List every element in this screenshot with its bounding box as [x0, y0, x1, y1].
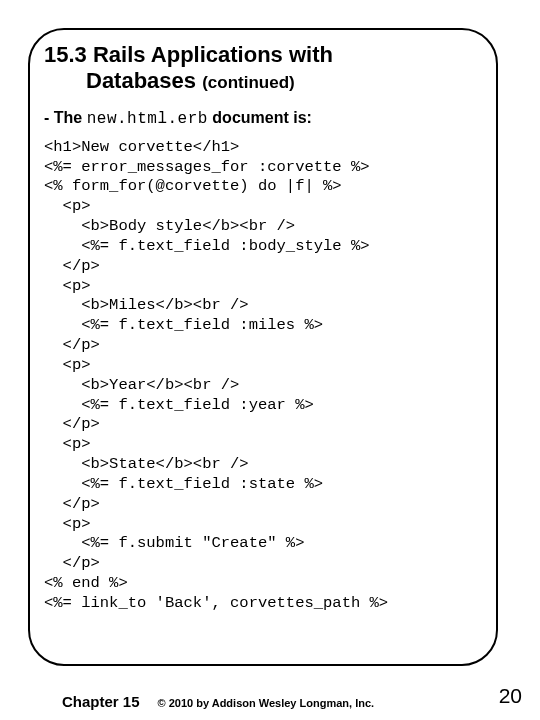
title-line2: Databases (continued): [44, 68, 482, 94]
footer: Chapter 15 © 2010 by Addison Wesley Long…: [0, 693, 540, 710]
code-block: <h1>New corvette</h1> <%= error_messages…: [44, 138, 482, 614]
page-number: 20: [499, 684, 522, 708]
slide-title: 15.3 Rails Applications with Databases (…: [44, 42, 482, 95]
intro-filename: new.html.erb: [87, 110, 208, 128]
intro-suffix: document is:: [208, 109, 312, 126]
slide-frame: 15.3 Rails Applications with Databases (…: [28, 28, 498, 666]
title-continued: (continued): [202, 73, 295, 92]
intro-prefix: - The: [44, 109, 87, 126]
title-line1: 15.3 Rails Applications with: [44, 42, 482, 68]
footer-copyright: © 2010 by Addison Wesley Longman, Inc.: [158, 697, 375, 709]
intro-line: - The new.html.erb document is:: [44, 109, 482, 128]
title-line2-main: Databases: [86, 68, 196, 93]
footer-chapter: Chapter 15: [62, 693, 140, 710]
